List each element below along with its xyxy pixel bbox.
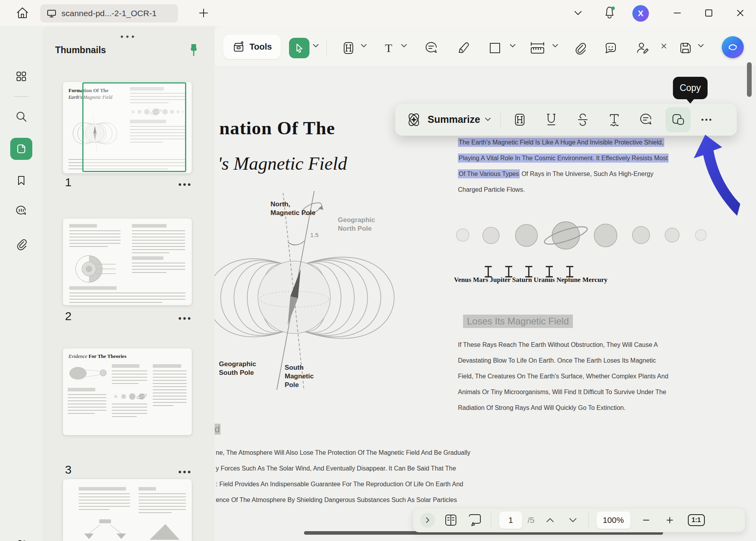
grid-view-button[interactable] [10, 65, 32, 87]
comment-tool-button[interactable] [422, 39, 441, 57]
bookmark-icon [15, 174, 27, 186]
bottom-bar-divider-2 [588, 513, 589, 527]
attachments-button[interactable] [10, 233, 32, 255]
page-1-menu[interactable]: ••• [178, 180, 192, 190]
add-comment-button[interactable] [635, 109, 657, 131]
text-tool-button[interactable]: T [379, 39, 398, 57]
page-2-menu[interactable]: ••• [178, 313, 192, 324]
small-x-icon [661, 43, 667, 49]
search-icon [15, 110, 28, 123]
comments-button[interactable] [10, 200, 32, 222]
minus-icon [642, 516, 650, 524]
viewport-indicator[interactable] [82, 82, 186, 172]
previous-page-button[interactable] [543, 517, 558, 523]
zoom-out-button[interactable] [638, 516, 654, 524]
sticker-tool-button[interactable] [601, 39, 620, 57]
thumbnail-page-1[interactable]: Formation Of The Earth's Magnetic Field [63, 82, 192, 173]
copy-button[interactable] [665, 107, 691, 132]
selected-text: The Earth's Magnetic Field Is Like A Hug… [458, 138, 664, 147]
minimize-button[interactable] [669, 5, 685, 21]
summarize-button[interactable]: Summarize [405, 111, 491, 129]
avatar-letter: X [638, 9, 643, 18]
partial-heading: d [215, 424, 220, 435]
new-tab-button[interactable] [198, 7, 209, 19]
squiggly-underline-button[interactable] [603, 109, 625, 131]
thumbnail-page-4[interactable] [63, 479, 192, 541]
thumb2-col2 [132, 224, 185, 275]
shapes-tool-dropdown[interactable] [509, 43, 516, 48]
save-button[interactable] [676, 39, 695, 57]
tools-button[interactable]: Tools [223, 35, 281, 59]
select-tool-button[interactable] [289, 38, 309, 58]
next-page-button[interactable] [565, 517, 580, 523]
vertical-scrollbar[interactable] [747, 62, 752, 97]
highlight-h-icon [513, 113, 527, 127]
presentation-button[interactable] [467, 512, 483, 528]
save-dropdown[interactable] [697, 43, 704, 48]
pin-panel-button[interactable] [187, 43, 200, 57]
highlight-tool-dropdown[interactable] [360, 43, 367, 48]
pin-icon [187, 43, 200, 57]
thumbnail-page-2[interactable] [63, 219, 192, 305]
comment-lines-icon [638, 112, 653, 127]
thumb3-title-rest: For The Theories [87, 353, 126, 359]
attach-tool-button[interactable] [571, 39, 589, 57]
notifications-button[interactable] [602, 4, 617, 20]
highlight-tool-button[interactable] [339, 39, 358, 57]
title-bar: scanned-pd...-2-1_OCR-1 X [0, 0, 756, 26]
underline-text-button[interactable] [540, 109, 562, 131]
summarize-dropdown-icon[interactable] [485, 117, 491, 122]
rail-divider [14, 96, 28, 97]
strikethrough-text-button[interactable] [572, 109, 594, 131]
bell-icon [603, 5, 616, 19]
page-3-menu[interactable]: ••• [178, 467, 192, 477]
page-number-input[interactable]: 1 [499, 511, 522, 529]
attachment-paperclip-icon [573, 41, 587, 56]
thumbnail-page-3[interactable]: Evidence For The Theories [63, 348, 192, 435]
zoom-level-input[interactable]: 100% [597, 511, 630, 529]
page-3-label: 3 [65, 463, 72, 476]
thumb2-col1 [69, 224, 120, 249]
search-button[interactable] [10, 106, 32, 128]
minimize-icon [673, 8, 682, 18]
text-tool-dropdown[interactable] [400, 43, 408, 48]
bookmarks-button[interactable] [10, 169, 32, 191]
actual-size-button[interactable]: 1:1 [688, 514, 705, 526]
ai-assistant-button[interactable] [722, 36, 744, 58]
selection-toolbar-divider [500, 111, 501, 129]
thumb3-title: Evidence For The Theories [69, 353, 126, 359]
thumbnails-tab-button[interactable] [10, 138, 32, 160]
shapes-tool-button[interactable] [485, 39, 504, 57]
close-button[interactable] [732, 5, 748, 21]
panel-drag-handle[interactable]: ••• [120, 32, 137, 41]
main-toolbar: Tools T [215, 26, 756, 67]
more-options-button[interactable] [698, 109, 715, 131]
select-tool-dropdown[interactable] [312, 43, 319, 48]
zoom-in-button[interactable] [662, 516, 678, 524]
page-2-label: 2 [65, 309, 72, 323]
maximize-button[interactable] [701, 5, 717, 21]
expand-bar-button[interactable] [420, 513, 435, 528]
measure-tool-button[interactable] [527, 39, 548, 57]
pen-icon [456, 41, 471, 56]
toolbar-overflow-button[interactable] [659, 41, 669, 51]
chevron-up-icon [546, 517, 554, 523]
highlight-text-button[interactable] [509, 109, 531, 131]
appearance-button[interactable] [10, 534, 32, 541]
thumb4-satellite-diagram [80, 517, 132, 541]
page-layout-button[interactable] [443, 512, 459, 528]
thumb4-pyramid [146, 520, 181, 541]
signature-tool-button[interactable] [633, 39, 652, 57]
document-canvas[interactable]: nation Of The 's Magnetic Field [215, 67, 756, 541]
selected-text: Of The Various Types [458, 169, 520, 178]
strikethrough-icon [576, 113, 590, 127]
pen-tool-button[interactable] [454, 39, 473, 57]
tabs-dropdown-button[interactable] [570, 5, 586, 21]
paperclip-icon [15, 238, 28, 250]
measure-tool-dropdown[interactable] [552, 43, 559, 48]
document-tab[interactable]: scanned-pd...-2-1_OCR-1 [40, 4, 178, 22]
thumbnails-panel: ••• Thumbnails Formation Of The Earth's … [43, 26, 215, 541]
avatar[interactable]: X [632, 5, 649, 22]
home-button[interactable] [15, 6, 30, 20]
chevron-down-icon [574, 10, 582, 16]
